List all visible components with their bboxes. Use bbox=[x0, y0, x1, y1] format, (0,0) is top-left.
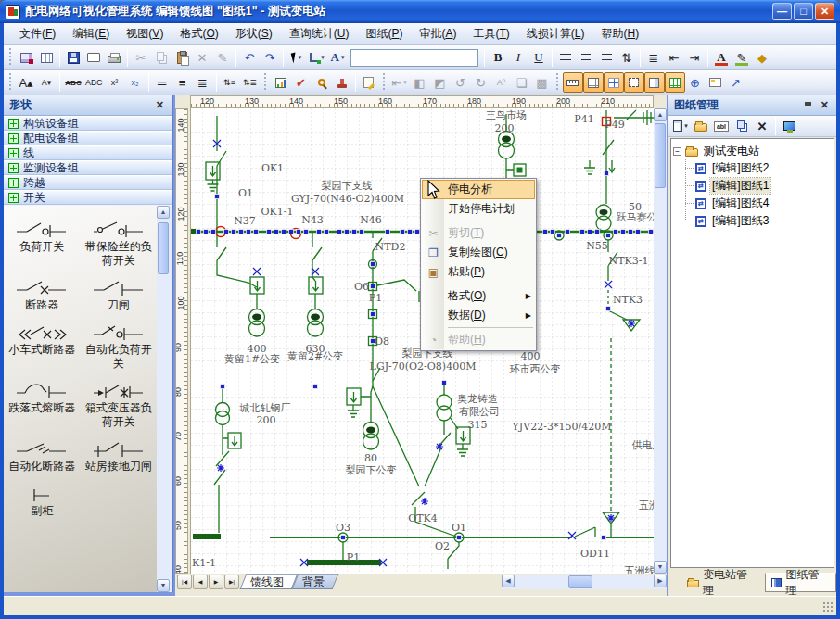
validate-drawing-button[interactable]: ✔ bbox=[291, 72, 312, 93]
cut-button[interactable]: ✂ bbox=[131, 47, 151, 68]
menu-V[interactable]: 视图(V) bbox=[118, 23, 172, 44]
toolbar-drag-handle[interactable] bbox=[555, 73, 560, 92]
panel-tab-active[interactable]: 图纸管理 bbox=[765, 573, 836, 592]
dynamic-grid-toggle[interactable] bbox=[665, 72, 685, 93]
align-left-button[interactable] bbox=[555, 47, 576, 68]
shape-item-fused-load-switch[interactable]: 带保险丝的负荷开关 bbox=[81, 219, 158, 268]
next-sheet-button[interactable]: ▶ bbox=[209, 575, 223, 589]
menu-T[interactable]: 工具(T) bbox=[465, 23, 517, 44]
minimize-button[interactable]: — bbox=[772, 3, 792, 20]
panel-tab-inactive[interactable]: 变电站管理 bbox=[681, 573, 763, 592]
toolbar-drag-handle[interactable] bbox=[263, 73, 268, 92]
decrease-font-button[interactable]: A▾ bbox=[36, 72, 57, 93]
menu-A[interactable]: 审批(A) bbox=[411, 23, 465, 44]
grid-toggle[interactable] bbox=[583, 72, 604, 93]
prev-sheet-button[interactable]: ◀ bbox=[193, 575, 208, 589]
shape-item-auto-load-switch[interactable]: 自动化负荷开关 bbox=[81, 322, 158, 371]
font-color-button[interactable]: A bbox=[711, 47, 732, 68]
shapes-scrollbar[interactable]: ▲ ▼ bbox=[157, 206, 172, 592]
align-shapes-button[interactable]: ⇤▾ bbox=[389, 72, 410, 93]
properties-button[interactable] bbox=[706, 72, 726, 93]
context-menu-item[interactable]: 数据(D)▶ bbox=[422, 306, 535, 325]
print-button[interactable] bbox=[104, 47, 124, 68]
paragraph-spacing-increase-button[interactable]: ⇅≡ bbox=[220, 72, 240, 93]
shape-item-knife-switch[interactable]: 刀闸 bbox=[81, 277, 158, 312]
paragraph-spacing-decrease-button[interactable]: ⇅≣ bbox=[240, 72, 261, 93]
menu-L[interactable]: 线损计算(L) bbox=[518, 23, 593, 44]
last-sheet-button[interactable]: ▶| bbox=[224, 575, 239, 589]
superscript-button[interactable]: x² bbox=[105, 72, 125, 93]
align-center-button[interactable] bbox=[576, 47, 596, 68]
line-spacing-single-button[interactable]: ═ bbox=[152, 72, 172, 93]
print-preview-button[interactable] bbox=[83, 47, 104, 68]
highlight-color-button[interactable]: ✎ bbox=[732, 47, 752, 68]
rotate-left-button[interactable]: ↺ bbox=[451, 72, 471, 93]
scroll-down-icon[interactable]: ▼ bbox=[654, 561, 667, 574]
menu-S[interactable]: 形状(S) bbox=[227, 23, 281, 44]
pin-icon[interactable] bbox=[804, 100, 813, 111]
menu-O[interactable]: 格式(O) bbox=[172, 23, 226, 44]
paste-button[interactable] bbox=[172, 47, 192, 68]
scroll-left-icon[interactable]: ◀ bbox=[502, 575, 515, 587]
undo-button[interactable]: ↶ bbox=[239, 47, 260, 68]
tree-item-sheet[interactable]: ⇄[编辑]图纸2 bbox=[686, 159, 832, 177]
double-strikethrough-button[interactable]: ABC bbox=[83, 72, 105, 93]
canvas-horizontal-scrollbar[interactable]: ◀ ▶ bbox=[502, 575, 667, 589]
line-spacing-15-button[interactable]: ≡ bbox=[172, 72, 193, 93]
delete-sheet-button[interactable]: ✕ bbox=[752, 116, 772, 136]
underline-button[interactable]: U bbox=[528, 47, 549, 68]
bring-to-front-button[interactable]: ❏ bbox=[512, 72, 532, 93]
connector-arrow-button[interactable]: ↗ bbox=[726, 72, 746, 93]
rotate-right-button[interactable]: ↻ bbox=[471, 72, 491, 93]
strikethrough-button[interactable]: ABC bbox=[63, 72, 83, 93]
menu-U[interactable]: 查询统计(U) bbox=[281, 23, 358, 44]
save-button[interactable] bbox=[63, 47, 83, 68]
outdent-button[interactable]: ⇤ bbox=[664, 47, 684, 68]
menu-H[interactable]: 帮助(H) bbox=[592, 23, 647, 44]
flip-vertical-button[interactable]: ◩ bbox=[430, 72, 451, 93]
shape-item-box-transformer-switch[interactable]: 箱式变压器负荷开关 bbox=[81, 380, 158, 429]
format-painter-button[interactable]: ✎ bbox=[212, 47, 233, 68]
tree-expander-icon[interactable]: − bbox=[673, 147, 681, 156]
context-menu-item[interactable]: ✂剪切(T) bbox=[422, 223, 535, 243]
toolbar-drag-handle[interactable] bbox=[8, 48, 13, 67]
stamp-button[interactable] bbox=[332, 72, 352, 93]
toolbar-drag-handle[interactable] bbox=[8, 73, 13, 92]
shape-item-load-switch[interactable]: 负荷开关 bbox=[4, 219, 81, 268]
scroll-down-icon[interactable]: ▼ bbox=[157, 579, 170, 592]
shape-group-5[interactable]: 跨越 bbox=[4, 175, 172, 190]
find-drawing-button[interactable] bbox=[312, 72, 332, 93]
connection-points-toggle[interactable] bbox=[624, 72, 644, 93]
chart-tool-button[interactable] bbox=[271, 72, 291, 93]
context-menu-item[interactable]: 格式(O)▶ bbox=[422, 286, 535, 306]
maximize-button[interactable]: □ bbox=[794, 3, 813, 20]
italic-button[interactable]: I bbox=[508, 47, 528, 68]
text-tool-button[interactable]: A▾ bbox=[327, 47, 348, 68]
toolbar-drag-handle[interactable] bbox=[382, 73, 387, 92]
rotate-text-button[interactable]: Aº bbox=[491, 72, 512, 93]
tree-item-sheet[interactable]: ⇄[编辑]图纸4 bbox=[686, 195, 832, 212]
delete-button[interactable]: ✕ bbox=[192, 47, 212, 68]
note-button[interactable] bbox=[359, 72, 379, 93]
context-menu-item[interactable]: ▣粘贴(P) bbox=[422, 262, 535, 282]
sheet-tab-active[interactable]: 馈线图 bbox=[243, 574, 295, 589]
shape-group-4[interactable]: 监测设备组 bbox=[4, 160, 172, 175]
scrollbar-thumb[interactable] bbox=[568, 575, 592, 588]
menu-E[interactable]: 编辑(E) bbox=[64, 23, 118, 44]
bold-button[interactable]: B bbox=[488, 47, 508, 68]
shape-item-dropout-fuse[interactable]: 跌落式熔断器 bbox=[4, 380, 81, 429]
shape-item-auto-breaker[interactable]: 自动化断路器 bbox=[4, 438, 81, 474]
scroll-right-icon[interactable]: ▶ bbox=[654, 575, 667, 587]
copy-button[interactable] bbox=[151, 47, 172, 68]
flip-horizontal-button[interactable]: ◧ bbox=[410, 72, 430, 93]
new-drawing-button[interactable] bbox=[16, 47, 36, 68]
tree-item-sheet[interactable]: ⇄[编辑]图纸1 bbox=[686, 177, 832, 195]
subscript-button[interactable]: x₂ bbox=[125, 72, 146, 93]
substation-view-button[interactable] bbox=[779, 116, 799, 136]
context-menu-item[interactable]: ◔帮助(H) bbox=[422, 330, 535, 349]
sheet-manager-close-icon[interactable]: ✕ bbox=[819, 99, 831, 111]
resize-grip[interactable] bbox=[822, 601, 834, 613]
send-to-back-button[interactable]: ▩ bbox=[532, 72, 553, 93]
connector-tool-button[interactable]: ▾ bbox=[307, 47, 327, 68]
sheet-tab-inactive[interactable]: 背景 bbox=[295, 574, 336, 589]
